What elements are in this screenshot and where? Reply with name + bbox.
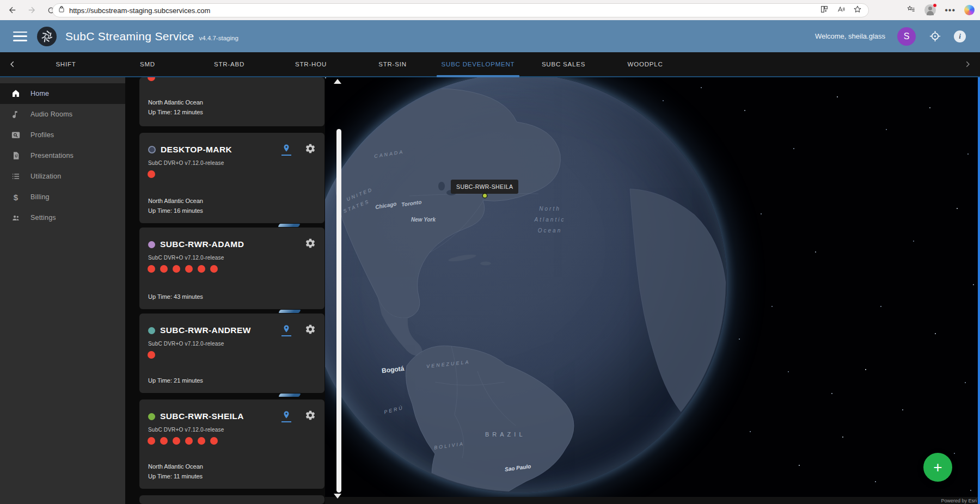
device-map-marker[interactable] xyxy=(483,194,487,198)
device-settings-gear-icon[interactable] xyxy=(305,143,316,156)
list-icon xyxy=(10,171,21,182)
dollar-icon: $ xyxy=(10,192,21,202)
browser-menu-icon[interactable]: ••• xyxy=(945,5,955,15)
tab-smd[interactable]: SMD xyxy=(107,52,188,76)
copilot-icon[interactable] xyxy=(964,5,975,15)
device-map-tooltip: SUBC-RWR-SHEILA xyxy=(451,180,518,194)
alert-dot xyxy=(148,437,155,445)
sidebar-item-label: Home xyxy=(30,90,49,97)
locate-on-map-button[interactable] xyxy=(281,143,291,156)
sidebar-item-utilization[interactable]: Utilization xyxy=(0,166,125,187)
sidebar-item-label: Profiles xyxy=(30,131,54,139)
read-aloud-icon[interactable] xyxy=(836,5,846,16)
device-uptime: Up Time: 21 minutes xyxy=(148,376,203,386)
device-card[interactable]: North Atlantic Ocean Up Time: 12 minutes xyxy=(139,77,324,126)
alert-dot xyxy=(185,437,193,445)
alert-dot xyxy=(198,265,205,273)
device-location: North Atlantic Ocean xyxy=(148,462,203,472)
sidebar-item-audio-rooms[interactable]: Audio Rooms xyxy=(0,104,125,125)
user-avatar[interactable]: S xyxy=(897,27,916,46)
device-settings-gear-icon[interactable] xyxy=(305,410,316,423)
lock-icon[interactable] xyxy=(58,5,65,15)
device-card[interactable]: SUBC-RWR-ANDREW SubC DVR+O v7.12.0-relea… xyxy=(139,314,324,393)
alert-dot xyxy=(160,265,168,273)
device-list-scrollbar[interactable] xyxy=(336,129,341,493)
stream-progress-indicator xyxy=(278,310,301,313)
device-card[interactable]: DESKTOP-MARK SubC DVR+O v7.12.0-release … xyxy=(139,133,324,223)
alert-dot xyxy=(148,265,155,273)
device-card[interactable] xyxy=(139,495,324,504)
hamburger-menu-icon[interactable] xyxy=(13,32,27,41)
app-header: SubC Streaming Service v4.4.7-staging We… xyxy=(0,20,980,52)
tab-subc-development[interactable]: SUBC DEVELOPMENT xyxy=(433,52,523,76)
profile-body-shape xyxy=(927,11,934,15)
split-screen-icon[interactable] xyxy=(820,5,829,16)
map-attribution: Powered by Esri xyxy=(325,497,980,504)
scroll-up-icon[interactable] xyxy=(334,79,341,84)
sidebar-item-profiles[interactable]: Profiles xyxy=(0,125,125,145)
tab-subc-sales[interactable]: SUBC SALES xyxy=(523,52,604,76)
device-version: SubC DVR+O v7.12.0-release xyxy=(139,423,324,433)
sidebar-item-label: Settings xyxy=(30,214,56,222)
browser-profile-avatar[interactable] xyxy=(924,4,936,16)
device-card[interactable]: SUBC-RWR-SHEILA SubC DVR+O v7.12.0-relea… xyxy=(139,399,324,489)
back-icon[interactable] xyxy=(4,3,20,18)
favorite-star-icon[interactable] xyxy=(853,5,862,16)
device-settings-gear-icon[interactable] xyxy=(305,324,316,337)
sidebar-item-settings[interactable]: Settings xyxy=(0,207,125,228)
sidebar-item-label: Utilization xyxy=(30,173,61,180)
sidebar-item-home[interactable]: Home xyxy=(0,83,125,104)
device-list: North Atlantic Ocean Up Time: 12 minutes… xyxy=(125,77,325,504)
alert-dots xyxy=(139,433,324,445)
alert-dots xyxy=(139,347,324,359)
stream-progress-indicator xyxy=(278,224,300,227)
add-device-fab[interactable]: + xyxy=(923,453,952,482)
sidebar-item-label: Audio Rooms xyxy=(30,110,72,118)
profile-notification-dot xyxy=(933,3,937,8)
music-note-icon xyxy=(10,109,21,120)
sidebar-item-billing[interactable]: $ Billing xyxy=(0,187,125,207)
people-icon xyxy=(10,212,21,223)
info-icon[interactable]: i xyxy=(954,30,966,42)
browser-toolbar: https://subcstream-staging.subcservices.… xyxy=(0,0,980,20)
profile-head-shape xyxy=(928,7,932,10)
tab-str-abd[interactable]: STR-ABD xyxy=(188,52,270,76)
sidebar-nav: Home Audio Rooms Profiles Presentations … xyxy=(0,77,125,504)
address-bar[interactable]: https://subcstream-staging.subcservices.… xyxy=(52,3,869,17)
map-focus-border xyxy=(978,77,980,504)
sidebar-item-presentations[interactable]: Presentations xyxy=(0,145,125,166)
device-status-dot xyxy=(148,413,155,420)
home-icon xyxy=(10,88,21,99)
org-tab-strip: SHIFT SMD STR-ABD STR-HOU STR-SIN SUBC D… xyxy=(0,52,980,77)
device-card[interactable]: SUBC-RWR-ADAMD SubC DVR+O v7.12.0-releas… xyxy=(139,228,324,309)
world-map[interactable]: CANADA UNITED STATES Chicago Toronto New… xyxy=(325,77,980,504)
alert-dot xyxy=(210,265,218,273)
device-version: SubC DVR+O v7.12.0-release xyxy=(139,251,324,261)
tabs-scroll-left-icon[interactable] xyxy=(0,52,25,76)
tab-str-hou[interactable]: STR-HOU xyxy=(270,52,352,76)
locate-target-icon[interactable] xyxy=(928,29,942,44)
locate-on-map-button[interactable] xyxy=(281,324,291,336)
url-text[interactable]: https://subcstream-staging.subcservices.… xyxy=(69,7,820,15)
alert-dot xyxy=(148,77,155,81)
tabs-scroll-right-icon[interactable] xyxy=(955,52,980,76)
alert-dot xyxy=(173,265,180,273)
collections-icon[interactable] xyxy=(906,5,916,16)
tab-shift[interactable]: SHIFT xyxy=(25,52,107,76)
scroll-down-icon[interactable] xyxy=(334,494,341,499)
pageview-icon xyxy=(10,130,21,140)
device-settings-gear-icon[interactable] xyxy=(305,238,316,251)
tab-woodplc[interactable]: WOODPLC xyxy=(604,52,686,76)
device-location: North Atlantic Ocean xyxy=(148,196,203,206)
continents-layer xyxy=(325,77,980,504)
alert-dot xyxy=(173,437,180,445)
screen: https://subcstream-staging.subcservices.… xyxy=(0,0,980,504)
tab-str-sin[interactable]: STR-SIN xyxy=(352,52,433,76)
alert-dot xyxy=(185,265,193,273)
locate-on-map-button[interactable] xyxy=(281,410,291,422)
subc-logo xyxy=(37,27,57,46)
device-name: SUBC-RWR-ADAMD xyxy=(160,239,244,249)
alert-dots xyxy=(139,77,324,81)
stream-progress-indicator xyxy=(278,394,301,397)
forward-icon[interactable] xyxy=(24,3,39,18)
